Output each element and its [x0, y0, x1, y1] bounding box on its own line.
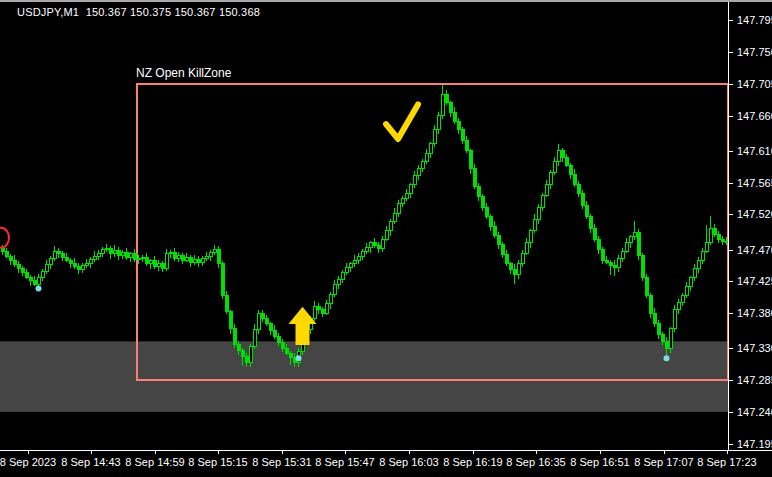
mt-chart-window: 147.795147.750147.705147.660147.610147.5… — [0, 0, 772, 477]
svg-text:147.240: 147.240 — [737, 406, 772, 418]
svg-text:147.330: 147.330 — [737, 342, 772, 354]
session-band — [0, 341, 728, 412]
svg-text:8 Sep 16:19: 8 Sep 16:19 — [443, 456, 502, 468]
chart-title: USDJPY,M1 150.367 150.375 150.367 150.36… — [17, 6, 260, 18]
svg-text:147.195: 147.195 — [737, 438, 772, 450]
svg-text:8 Sep 16:35: 8 Sep 16:35 — [506, 456, 565, 468]
svg-text:147.795: 147.795 — [737, 14, 772, 26]
svg-text:147.380: 147.380 — [737, 307, 772, 319]
svg-text:8 Sep 16:51: 8 Sep 16:51 — [570, 456, 629, 468]
svg-text:147.520: 147.520 — [737, 208, 772, 220]
svg-text:8 Sep 2023: 8 Sep 2023 — [0, 456, 56, 468]
svg-text:8 Sep 15:15: 8 Sep 15:15 — [188, 456, 247, 468]
svg-text:8 Sep 14:59: 8 Sep 14:59 — [125, 456, 184, 468]
signal-dot — [664, 355, 670, 361]
svg-text:147.610: 147.610 — [737, 145, 772, 157]
svg-text:8 Sep 17:07: 8 Sep 17:07 — [634, 456, 693, 468]
svg-text:147.705: 147.705 — [737, 78, 772, 90]
svg-text:8 Sep 15:47: 8 Sep 15:47 — [315, 456, 374, 468]
svg-text:147.470: 147.470 — [737, 244, 772, 256]
svg-text:8 Sep 17:23: 8 Sep 17:23 — [697, 456, 756, 468]
svg-text:8 Sep 16:03: 8 Sep 16:03 — [379, 456, 438, 468]
window-top-border — [0, 0, 772, 2]
svg-text:147.425: 147.425 — [737, 275, 772, 287]
svg-text:147.660: 147.660 — [737, 110, 772, 122]
svg-text:147.750: 147.750 — [737, 46, 772, 58]
svg-text:8 Sep 15:31: 8 Sep 15:31 — [252, 456, 311, 468]
svg-text:147.285: 147.285 — [737, 374, 772, 386]
svg-text:147.565: 147.565 — [737, 177, 772, 189]
signal-dot — [36, 285, 42, 291]
killzone-label: NZ Open KillZone — [136, 66, 231, 80]
candlestick-chart[interactable]: 147.795147.750147.705147.660147.610147.5… — [0, 0, 772, 477]
signal-dot — [296, 355, 302, 361]
svg-text:8 Sep 14:43: 8 Sep 14:43 — [61, 456, 120, 468]
